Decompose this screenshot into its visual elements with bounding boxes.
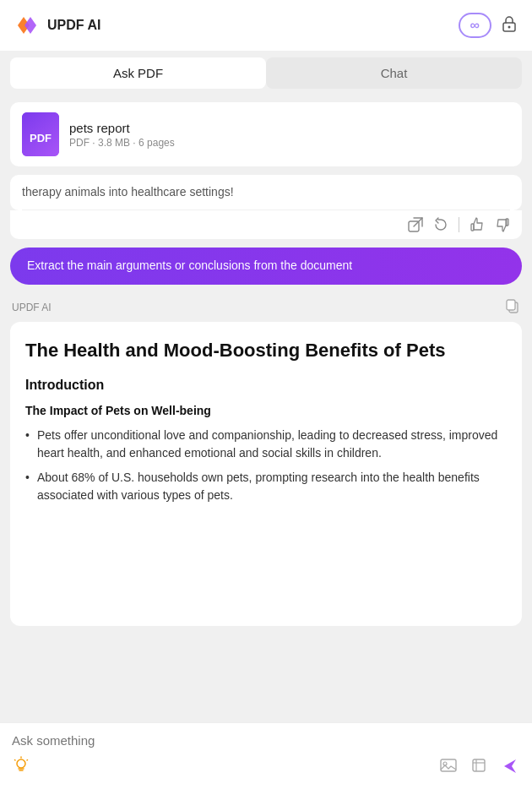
header-left: UPDF AI bbox=[14, 12, 100, 39]
external-link-icon[interactable] bbox=[408, 217, 423, 232]
header-right: ∞ bbox=[459, 13, 518, 38]
bulb-icon[interactable] bbox=[12, 756, 30, 779]
action-divider bbox=[459, 217, 459, 232]
svg-rect-8 bbox=[471, 224, 474, 231]
lock-button[interactable] bbox=[500, 14, 518, 37]
input-area bbox=[0, 722, 532, 789]
svg-line-14 bbox=[15, 760, 16, 761]
pdf-file-icon: PDF bbox=[22, 112, 59, 156]
svg-rect-18 bbox=[473, 759, 485, 771]
refresh-icon[interactable] bbox=[433, 217, 448, 232]
infinity-button[interactable]: ∞ bbox=[459, 13, 491, 38]
file-meta: PDF · 3.8 MB · 6 pages bbox=[69, 137, 175, 149]
thumbs-up-icon[interactable] bbox=[470, 217, 485, 232]
tab-chat[interactable]: Chat bbox=[266, 57, 522, 89]
infinity-icon: ∞ bbox=[470, 18, 480, 33]
crop-icon[interactable] bbox=[470, 756, 488, 779]
svg-rect-11 bbox=[507, 300, 515, 310]
action-icons-row bbox=[10, 210, 522, 239]
partial-message: therapy animals into healthcare settings… bbox=[10, 175, 522, 210]
svg-point-4 bbox=[508, 25, 511, 28]
svg-point-12 bbox=[17, 759, 25, 768]
chat-area: therapy animals into healthcare settings… bbox=[0, 175, 532, 626]
response-subsection-title: The Impact of Pets on Well-being bbox=[25, 401, 507, 420]
tab-ask-pdf[interactable]: Ask PDF bbox=[10, 57, 266, 89]
file-details: pets report PDF · 3.8 MB · 6 pages bbox=[69, 121, 175, 149]
input-bottom-left bbox=[12, 756, 30, 779]
tab-bar: Ask PDF Chat bbox=[0, 51, 532, 95]
app-header: UPDF AI ∞ bbox=[0, 0, 532, 51]
svg-text:PDF: PDF bbox=[30, 132, 52, 144]
response-card: The Health and Mood-Boosting Benefits of… bbox=[10, 322, 522, 626]
updf-ai-label-row: UPDF AI bbox=[10, 298, 522, 317]
response-list-item-2: About 68% of U.S. households own pets, p… bbox=[25, 469, 507, 504]
updf-ai-label: UPDF AI bbox=[12, 302, 52, 313]
thumbs-down-icon[interactable] bbox=[495, 217, 510, 232]
image-icon[interactable] bbox=[439, 756, 458, 779]
input-field-row bbox=[12, 733, 520, 748]
response-section-title: Introduction bbox=[25, 374, 507, 396]
send-button[interactable] bbox=[500, 756, 520, 779]
input-bottom-row bbox=[12, 756, 520, 779]
file-info-bar: PDF pets report PDF · 3.8 MB · 6 pages bbox=[10, 102, 522, 166]
pdf-icon-svg: PDF bbox=[22, 112, 59, 156]
svg-line-15 bbox=[27, 760, 28, 761]
app-title: UPDF AI bbox=[47, 18, 100, 33]
partial-message-text: therapy animals into healthcare settings… bbox=[22, 183, 510, 210]
response-main-title: The Health and Mood-Boosting Benefits of… bbox=[25, 339, 507, 363]
chat-input[interactable] bbox=[12, 733, 520, 748]
svg-rect-16 bbox=[441, 759, 456, 771]
copy-icon[interactable] bbox=[505, 298, 520, 317]
response-list: Pets offer unconditional love and compan… bbox=[25, 427, 507, 504]
app-logo bbox=[14, 12, 41, 39]
lock-icon bbox=[500, 14, 518, 33]
file-name: pets report bbox=[69, 121, 175, 135]
suggestion-pill[interactable]: Extract the main arguments or conclusion… bbox=[10, 248, 522, 285]
response-list-item-1: Pets offer unconditional love and compan… bbox=[25, 427, 507, 462]
